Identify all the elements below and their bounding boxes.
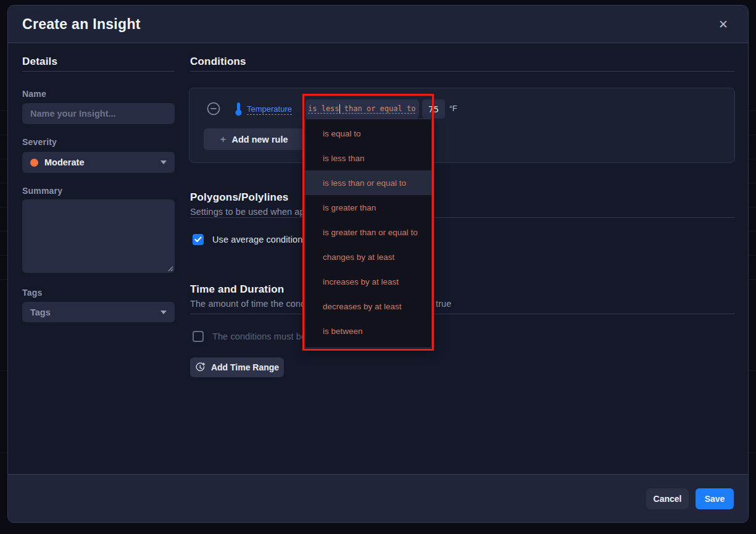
operator-input[interactable]: is less than or equal to: [305, 99, 419, 119]
add-time-range-button[interactable]: Add Time Range: [190, 357, 284, 377]
plus-icon: +: [220, 133, 226, 146]
dropdown-option[interactable]: is between: [305, 319, 431, 343]
name-label: Name: [22, 89, 46, 99]
save-button[interactable]: Save: [696, 488, 734, 509]
dropdown-option[interactable]: changes by at least: [305, 244, 431, 269]
conditions-must-be-label: The conditions must be: [212, 332, 306, 341]
modal-header: Create an Insight: [8, 6, 748, 43]
conditions-must-be-checkbox[interactable]: [193, 331, 204, 342]
chevron-down-icon: [160, 311, 167, 314]
dropdown-option[interactable]: is equal to: [305, 121, 431, 146]
dropdown-option[interactable]: is greater than or equal to: [305, 220, 431, 244]
conditions-must-be-row: The conditions must be: [193, 331, 306, 342]
add-new-rule-label: Add new rule: [231, 135, 288, 144]
conditions-heading: Conditions: [190, 56, 246, 68]
minus-circle-icon: [207, 102, 220, 115]
operator-dropdown: is equal to is less than is less than or…: [304, 119, 432, 348]
clock-plus-icon: [195, 362, 206, 373]
dropdown-option[interactable]: is less than: [305, 146, 431, 170]
add-time-range-label: Add Time Range: [211, 362, 279, 372]
tags-select[interactable]: Tags: [22, 302, 175, 322]
chevron-down-icon: [160, 161, 167, 164]
dropdown-option[interactable]: is greater than: [305, 195, 431, 220]
time-duration-divider: [190, 314, 735, 314]
add-new-rule-button[interactable]: + Add new rule: [204, 128, 304, 150]
conditions-divider: [190, 71, 735, 72]
value-input[interactable]: 75: [422, 99, 445, 119]
thermometer-icon: [235, 101, 243, 119]
polygons-heading: Polygons/Polylines: [190, 191, 288, 204]
close-icon[interactable]: ✕: [715, 16, 731, 32]
modal-footer: Cancel Save: [8, 474, 748, 522]
time-duration-heading: Time and Duration: [190, 283, 284, 296]
time-duration-description: The amount of time the cond: [190, 299, 305, 309]
summary-label: Summary: [22, 186, 62, 196]
app-background: Create an Insight ✕ Details Name Severit…: [0, 0, 756, 534]
time-duration-description-end: true: [436, 299, 451, 309]
polygons-divider: [190, 217, 735, 218]
checkmark-icon: [194, 236, 202, 243]
use-average-checkbox[interactable]: [193, 234, 204, 245]
tags-placeholder: Tags: [30, 307, 51, 317]
severity-value: Moderate: [44, 157, 84, 167]
use-average-row: Use average conditions: [193, 234, 307, 245]
rule-field-link[interactable]: Temperature: [247, 104, 292, 115]
rule-container: Temperature is less than or equal to 75 …: [189, 88, 735, 163]
use-average-label: Use average conditions: [212, 235, 307, 244]
severity-select[interactable]: Moderate: [22, 152, 175, 173]
create-insight-modal: Create an Insight ✕ Details Name Severit…: [7, 5, 749, 523]
polygons-description: Settings to be used when ap: [190, 207, 305, 217]
severity-dot: [30, 159, 38, 167]
dropdown-option[interactable]: increases by at least: [305, 269, 431, 294]
tags-label: Tags: [22, 288, 42, 298]
details-divider: [22, 71, 175, 72]
dropdown-option[interactable]: decreases by at least: [305, 294, 431, 319]
resize-handle-icon[interactable]: [167, 265, 173, 272]
unit-label: °F: [449, 104, 457, 113]
modal-title: Create an Insight: [22, 16, 141, 33]
cancel-button[interactable]: Cancel: [646, 488, 689, 509]
name-input[interactable]: [22, 103, 175, 124]
dropdown-option[interactable]: is less than or equal to: [305, 170, 431, 195]
severity-label: Severity: [22, 137, 57, 147]
summary-field-wrap: [22, 199, 175, 273]
summary-textarea[interactable]: [22, 199, 175, 273]
details-heading: Details: [22, 56, 57, 68]
remove-rule-button[interactable]: [207, 102, 220, 115]
operator-text: is less than or equal to: [308, 104, 415, 114]
